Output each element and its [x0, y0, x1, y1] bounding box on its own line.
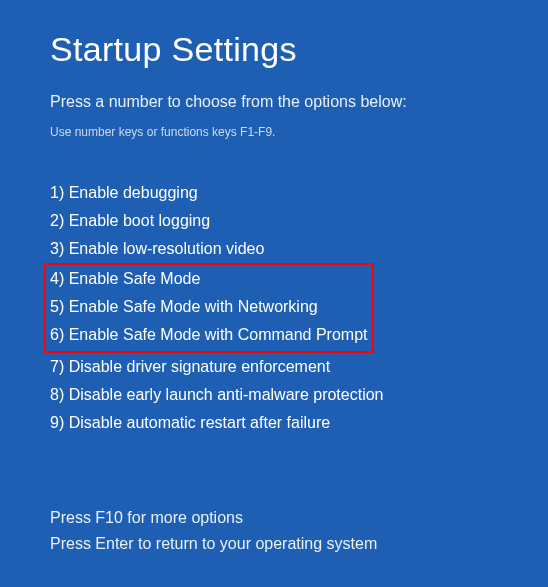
option-4[interactable]: 4) Enable Safe Mode — [50, 265, 368, 293]
option-3[interactable]: 3) Enable low-resolution video — [50, 235, 498, 263]
option-5[interactable]: 5) Enable Safe Mode with Networking — [50, 293, 368, 321]
footer-return: Press Enter to return to your operating … — [50, 531, 377, 557]
option-9[interactable]: 9) Disable automatic restart after failu… — [50, 409, 498, 437]
option-6[interactable]: 6) Enable Safe Mode with Command Prompt — [50, 321, 368, 349]
key-hint: Use number keys or functions keys F1-F9. — [50, 125, 498, 139]
option-7[interactable]: 7) Disable driver signature enforcement — [50, 353, 498, 381]
subtitle: Press a number to choose from the option… — [50, 93, 498, 111]
footer-more-options: Press F10 for more options — [50, 505, 377, 531]
option-1[interactable]: 1) Enable debugging — [50, 179, 498, 207]
options-list: 1) Enable debugging 2) Enable boot loggi… — [50, 179, 498, 437]
footer: Press F10 for more options Press Enter t… — [50, 505, 377, 557]
page-title: Startup Settings — [50, 30, 498, 69]
highlight-annotation: 4) Enable Safe Mode 5) Enable Safe Mode … — [44, 263, 374, 353]
option-8[interactable]: 8) Disable early launch anti-malware pro… — [50, 381, 498, 409]
option-2[interactable]: 2) Enable boot logging — [50, 207, 498, 235]
